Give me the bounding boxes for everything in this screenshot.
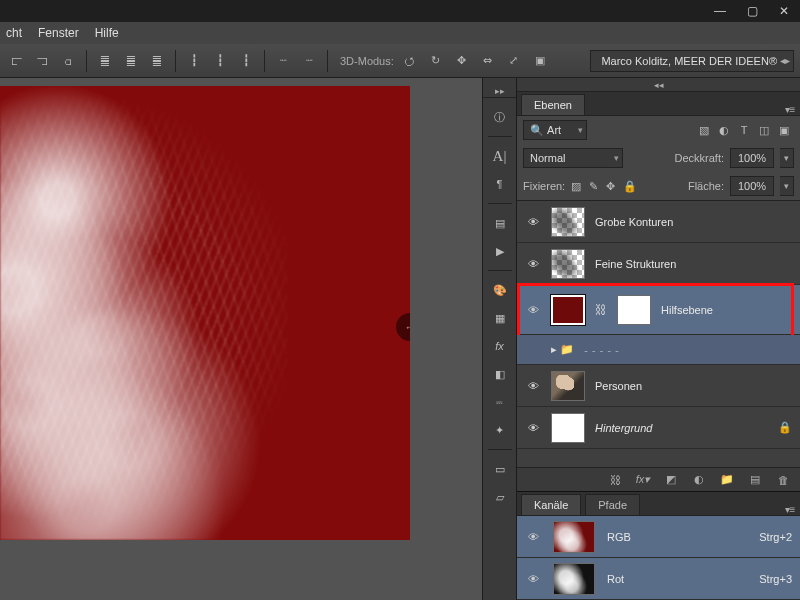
fill-flyout-icon[interactable]: ▾ — [780, 176, 794, 196]
menu-item[interactable]: cht — [6, 26, 22, 40]
collapse-arrows-icon[interactable]: ◂◂ — [517, 78, 800, 92]
align-top-icon[interactable]: ䷀ — [95, 51, 115, 71]
3d-orbit-icon[interactable]: ⭯ — [400, 51, 420, 71]
swatches-panel-icon[interactable]: ▦ — [486, 305, 514, 331]
blend-mode-dropdown[interactable]: Normal ▾ — [523, 148, 623, 168]
blend-panel-icon[interactable]: ✦ — [486, 417, 514, 443]
align-bottom-icon[interactable]: ䷀ — [147, 51, 167, 71]
layer-row[interactable]: 👁 Grobe Konturen — [517, 201, 800, 243]
visibility-eye-icon[interactable]: 👁 — [525, 258, 541, 270]
lock-all-icon[interactable]: 🔒 — [623, 180, 637, 193]
align-vcenter-icon[interactable]: ䷀ — [121, 51, 141, 71]
3d-slide-icon[interactable]: ⇔ — [478, 51, 498, 71]
3d-roll-icon[interactable]: ↻ — [426, 51, 446, 71]
visibility-eye-icon[interactable]: 👁 — [525, 422, 541, 434]
new-group-icon[interactable]: 📁 — [718, 473, 736, 486]
color-panel-icon[interactable]: 🎨 — [486, 277, 514, 303]
link-layers-icon[interactable]: ⛓ — [606, 474, 624, 486]
filter-smart-icon[interactable]: ▣ — [774, 120, 794, 140]
distribute-h-icon[interactable]: ┇ — [184, 51, 204, 71]
filter-pixel-icon[interactable]: ▧ — [694, 120, 714, 140]
layer-row[interactable]: 👁 Hintergrund 🔒 — [517, 407, 800, 449]
properties-panel-icon[interactable]: ⎓ — [486, 389, 514, 415]
layer-thumbnail[interactable] — [551, 207, 585, 237]
filter-type-icon[interactable]: T — [734, 120, 754, 140]
navigator-panel-icon[interactable]: ▱ — [486, 484, 514, 510]
align-right-icon[interactable]: ⫏ — [58, 51, 78, 71]
opacity-flyout-icon[interactable]: ▾ — [780, 148, 794, 168]
transform-anchor-icon[interactable]: ↔ — [396, 313, 410, 341]
3d-camera-icon[interactable]: ▣ — [530, 51, 550, 71]
panel-menu-icon[interactable]: ▾≡ — [780, 104, 800, 115]
add-mask-icon[interactable]: ◩ — [662, 473, 680, 486]
layer-name[interactable]: Grobe Konturen — [595, 216, 673, 228]
visibility-eye-icon[interactable]: 👁 — [525, 380, 541, 392]
distribute-hc-icon[interactable]: ┇ — [210, 51, 230, 71]
layer-thumbnail[interactable] — [551, 371, 585, 401]
layer-name[interactable]: Personen — [595, 380, 642, 392]
info-panel-icon[interactable]: ⓘ — [486, 104, 514, 130]
lock-position-icon[interactable]: ✥ — [606, 180, 615, 193]
channel-thumbnail[interactable] — [553, 563, 595, 595]
visibility-eye-icon[interactable]: 👁 — [525, 573, 541, 585]
tab-paths[interactable]: Pfade — [585, 494, 640, 515]
channel-row[interactable]: 👁 Rot Strg+3 — [517, 558, 800, 600]
document-canvas[interactable]: ↔ — [0, 86, 410, 540]
adjustment-layer-icon[interactable]: ◐ — [690, 473, 708, 486]
lock-transparency-icon[interactable]: ▨ — [571, 180, 581, 193]
actions-panel-icon[interactable]: ▤ — [486, 210, 514, 236]
filter-shape-icon[interactable]: ◫ — [754, 120, 774, 140]
close-button[interactable]: ✕ — [768, 0, 800, 22]
layer-row[interactable]: 👁 Personen — [517, 365, 800, 407]
new-layer-icon[interactable]: ▤ — [746, 473, 764, 486]
layer-thumbnail[interactable] — [551, 413, 585, 443]
layer-name[interactable]: Hilfsebene — [661, 304, 713, 316]
character-panel-icon[interactable]: A| — [486, 143, 514, 169]
layer-thumbnail[interactable] — [551, 295, 585, 325]
layer-row[interactable]: 👁 Feine Strukturen — [517, 243, 800, 285]
workspace-dropdown[interactable]: Marco Kolditz, MEER DER IDEEN® ◂▸ — [590, 50, 794, 72]
channel-thumbnail[interactable] — [553, 521, 595, 553]
lock-paint-icon[interactable]: ✎ — [589, 180, 598, 193]
align-center-icon[interactable]: ⫎ — [32, 51, 52, 71]
layer-filter-dropdown[interactable]: 🔍 Art ▾ — [523, 120, 587, 140]
styles-panel-icon[interactable]: fx — [486, 333, 514, 359]
play-panel-icon[interactable]: ▶ — [486, 238, 514, 264]
distribute-h2-icon[interactable]: ┇ — [236, 51, 256, 71]
menu-item[interactable]: Hilfe — [95, 26, 119, 40]
filter-adjust-icon[interactable]: ◐ — [714, 120, 734, 140]
folder-collapse-icon[interactable]: ▸ 📁 — [551, 343, 574, 356]
maximize-button[interactable]: ▢ — [736, 0, 768, 22]
fill-label: Fläche: — [688, 180, 724, 192]
align-left-icon[interactable]: ⫍ — [6, 51, 26, 71]
opacity-value[interactable]: 100% — [730, 148, 774, 168]
adjustments-panel-icon[interactable]: ◧ — [486, 361, 514, 387]
3d-scale-icon[interactable]: ⤢ — [504, 51, 524, 71]
mask-link-icon[interactable]: ⛓ — [595, 303, 607, 317]
layer-name[interactable]: - - - - - — [584, 344, 619, 356]
paragraph-panel-icon[interactable]: ¶ — [486, 171, 514, 197]
delete-layer-icon[interactable]: 🗑 — [774, 474, 792, 486]
distribute-v2-icon[interactable]: ┈ — [299, 51, 319, 71]
menu-item[interactable]: Fenster — [38, 26, 79, 40]
layer-thumbnail[interactable] — [551, 249, 585, 279]
3d-pan-icon[interactable]: ✥ — [452, 51, 472, 71]
layer-name[interactable]: Hintergrund — [595, 422, 652, 434]
visibility-eye-icon[interactable]: 👁 — [525, 304, 541, 316]
channel-row[interactable]: 👁 RGB Strg+2 — [517, 516, 800, 558]
visibility-eye-icon[interactable]: 👁 — [525, 531, 541, 543]
minimize-button[interactable]: — — [704, 0, 736, 22]
tab-layers[interactable]: Ebenen — [521, 94, 585, 115]
layer-row-selected[interactable]: 👁 ⛓ Hilfsebene — [517, 285, 800, 335]
fill-value[interactable]: 100% — [730, 176, 774, 196]
panel-menu-icon[interactable]: ▾≡ — [780, 504, 800, 515]
history-panel-icon[interactable]: ▭ — [486, 456, 514, 482]
visibility-eye-icon[interactable]: 👁 — [525, 216, 541, 228]
layer-effects-icon[interactable]: fx▾ — [634, 473, 652, 486]
tab-channels[interactable]: Kanäle — [521, 494, 581, 515]
layer-mask-thumbnail[interactable] — [617, 295, 651, 325]
layer-name[interactable]: Feine Strukturen — [595, 258, 676, 270]
distribute-v-icon[interactable]: ┈ — [273, 51, 293, 71]
collapse-arrows-icon[interactable]: ▸▸ — [483, 84, 516, 98]
layer-group-row[interactable]: ▸ 📁 - - - - - — [517, 335, 800, 365]
